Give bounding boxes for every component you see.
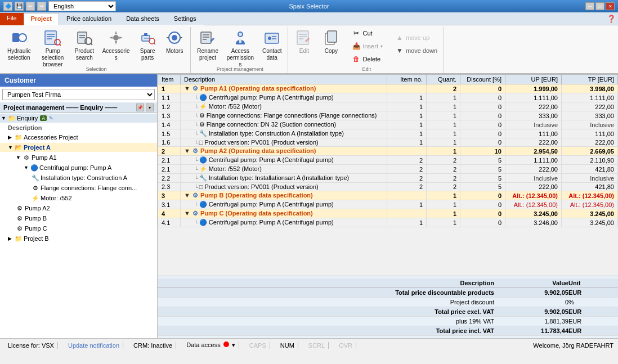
table-row[interactable]: 2.1 └⚡Motor: /552 (Motor)225222,00421,80 xyxy=(158,165,618,174)
enquiry-toggle[interactable]: ▼ xyxy=(1,115,8,121)
tree-row-flange[interactable]: ⚙ Flange connections: Flange conn... xyxy=(0,183,157,192)
cell-desc: └⚙Flange connection: DN 32 (Suction conn… xyxy=(181,120,387,129)
insert-button[interactable]: 📥 Insert ▾ xyxy=(349,40,386,52)
tab-project[interactable]: Project xyxy=(24,13,59,25)
minimize-button[interactable]: ─ xyxy=(585,2,594,10)
tree-row-motor[interactable]: ⚡ Motor: /552 xyxy=(0,194,157,203)
spare-parts-button[interactable]: Spareparts xyxy=(135,27,160,63)
edit-button[interactable]: Edit xyxy=(292,27,316,56)
update-notification[interactable]: Update notification xyxy=(65,342,123,349)
table-row[interactable]: 1.1 └🔵Centrifugal pump: Pump A (Centrifu… xyxy=(158,93,618,102)
flange-label: Flange connections: Flange conn... xyxy=(41,185,137,191)
table-row[interactable]: 2.2 └🔧Installation type: Installationsar… xyxy=(158,174,618,183)
project-arrow-icon[interactable]: ▾ xyxy=(146,104,154,111)
product-search-icon xyxy=(75,29,93,47)
cell-discount: 0 xyxy=(460,84,505,93)
tree-pump-b: ⚙ Pump B xyxy=(0,213,157,223)
project-pin-icon[interactable]: 📌 xyxy=(136,104,144,111)
col-header-up: UP [EUR] xyxy=(505,75,562,84)
table-row[interactable]: 1.2 └⚡Motor: /552 (Motor)110222,00222,00 xyxy=(158,102,618,111)
table-row[interactable]: 4▼⚙Pump C (Operating data specification)… xyxy=(158,209,618,218)
tab-data-sheets[interactable]: Data sheets xyxy=(119,13,167,25)
window-title: Spaix Selector xyxy=(289,3,329,10)
pump-a1-toggle[interactable]: ▼ xyxy=(16,155,23,160)
table-row[interactable]: 1.4 └⚙Flange connection: DN 32 (Suction … xyxy=(158,120,618,129)
tree-row-project-a[interactable]: ▼ 📂 Project A xyxy=(0,143,157,152)
tab-price-calculation[interactable]: Price calculation xyxy=(59,13,119,25)
table-row[interactable]: 1.5 └🔧Installation type: Construction A … xyxy=(158,129,618,138)
quick-access-save[interactable]: 💾 xyxy=(15,2,24,11)
move-down-button[interactable]: ▼ move down xyxy=(392,44,440,57)
delete-label: Delete xyxy=(362,56,380,62)
cent-toggle[interactable]: ▼ xyxy=(24,165,30,170)
tab-file[interactable]: File xyxy=(0,13,24,25)
cell-tp: Inclusive xyxy=(562,120,618,129)
accessories-button[interactable]: Accessories xyxy=(99,27,133,63)
tree-row-pump-a1[interactable]: ▼ ⚙ Pump A1 xyxy=(0,153,157,162)
table-row[interactable]: 1.6 └□Product version: PV001 (Product ve… xyxy=(158,138,618,147)
proj-b-toggle[interactable]: ▶ xyxy=(8,236,15,241)
quick-access-redo[interactable]: ↪ xyxy=(37,2,46,11)
access-permissions-button[interactable]: Accesspermissions xyxy=(223,27,257,70)
cell-itemno: 1 xyxy=(387,218,427,227)
svg-point-29 xyxy=(239,33,242,36)
cut-icon: ✂ xyxy=(352,29,361,38)
move-up-button[interactable]: ▲ move up xyxy=(392,32,440,44)
tree-row-pump-c[interactable]: ⚙ Pump C xyxy=(0,224,157,233)
tab-settings[interactable]: Settings xyxy=(167,13,204,25)
cell-itemno: 2 xyxy=(387,174,427,183)
table-row[interactable]: 2▼⚙Pump A2 (Operating data specification… xyxy=(158,147,618,156)
cell-desc: ▼⚙Pump B (Operating data specification) xyxy=(181,191,387,200)
motors-button[interactable]: Motors xyxy=(162,27,187,56)
close-button[interactable]: ✕ xyxy=(606,2,615,10)
rename-project-button[interactable]: Renameproject xyxy=(194,27,221,63)
tree-install-type: 🔧 Installation type: Construction A xyxy=(0,173,157,183)
insert-label: Insert xyxy=(362,43,378,50)
centrifugal-icon: 🔵 xyxy=(30,164,38,172)
pump-browser-button[interactable]: Pump selectionbrowser xyxy=(36,27,70,70)
tree-row-acc-project[interactable]: ▶ 📁 Accessories Project xyxy=(0,133,157,142)
acc-toggle[interactable]: ▶ xyxy=(8,134,15,140)
cell-up: Alt.: (12.345,00) xyxy=(505,200,562,209)
hydraulic-selection-button[interactable]: Hydraulicselection xyxy=(5,27,34,63)
delete-button[interactable]: 🗑 Delete xyxy=(349,53,386,65)
cell-desc: ▼⚙Pump A1 (Operating data specification) xyxy=(181,84,387,93)
tree-row-pump-a2[interactable]: ⚙ Pump A2 xyxy=(0,204,157,213)
cell-up: 333,00 xyxy=(505,111,562,120)
table-scroll-area[interactable]: Item Description Item no. Quant. Discoun… xyxy=(158,74,618,276)
data-access-arrow[interactable]: ▾ xyxy=(232,341,235,348)
spare-parts-label: Spareparts xyxy=(140,48,155,61)
product-search-button[interactable]: Productsearch xyxy=(72,27,97,63)
tree-pump-a2: ⚙ Pump A2 xyxy=(0,203,157,213)
help-icon[interactable]: ❓ xyxy=(607,15,616,23)
copy-button[interactable]: Copy xyxy=(319,27,343,56)
rename-icon xyxy=(199,29,217,47)
tree-row-pump-b[interactable]: ⚙ Pump B xyxy=(0,214,157,223)
tree-row-project-b[interactable]: ▶ 📁 Project B xyxy=(0,234,157,243)
data-access-label: Data access xyxy=(186,341,221,348)
tree-row-install[interactable]: 🔧 Installation type: Construction A xyxy=(0,173,157,182)
contact-data-button[interactable]: Contactdata xyxy=(259,27,284,63)
col-header-itemno: Item no. xyxy=(387,75,427,84)
language-select[interactable]: English Deutsch xyxy=(48,1,116,11)
summary-row: Total price excl. VAT9.902,05EUR xyxy=(158,307,618,317)
maximize-button[interactable]: □ xyxy=(595,2,604,10)
cut-button[interactable]: ✂ Cut xyxy=(349,27,386,39)
tree-row-enquiry[interactable]: ▼ 📁 Enquiry A ✎ xyxy=(0,114,157,123)
move-up-icon: ▲ xyxy=(395,33,404,42)
table-row[interactable]: 2.1 └🔵Centrifugal pump: Pump A (Centrifu… xyxy=(158,156,618,165)
proj-a-toggle[interactable]: ▼ xyxy=(8,145,15,150)
table-row[interactable]: 2.3 └□Product version: PV001 (Product ve… xyxy=(158,183,618,191)
cell-discount: 5 xyxy=(460,183,505,191)
table-row[interactable]: 1.3 └⚙Flange connections: Flange connect… xyxy=(158,111,618,120)
customer-select[interactable]: Pumpen Test Firma xyxy=(2,89,155,100)
cell-item: 4.1 xyxy=(158,218,181,227)
col-header-quant: Quant. xyxy=(427,75,460,84)
table-row[interactable]: 1▼⚙Pump A1 (Operating data specification… xyxy=(158,84,618,93)
quick-access-undo[interactable]: ↩ xyxy=(26,2,35,11)
table-row[interactable]: 4.1 └🔵Centrifugal pump: Pump A (Centrifu… xyxy=(158,218,618,227)
move-down-label: move down xyxy=(406,47,437,54)
table-row[interactable]: 3▼⚙Pump B (Operating data specification)… xyxy=(158,191,618,200)
tree-row-centrifugal[interactable]: ▼ 🔵 Centrifugal pump: Pump A xyxy=(0,163,157,172)
table-row[interactable]: 3.1 └🔵Centrifugal pump: Pump A (Centrifu… xyxy=(158,200,618,209)
